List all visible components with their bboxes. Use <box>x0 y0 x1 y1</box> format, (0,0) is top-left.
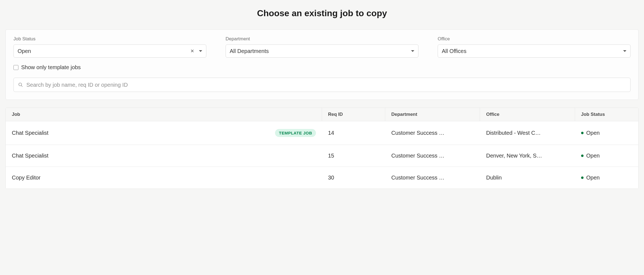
jobs-table: Job Req ID Department Office Job Status … <box>5 108 639 189</box>
status-dot-icon <box>581 132 584 134</box>
req-id-value: 15 <box>328 153 334 159</box>
office-select[interactable]: All Offices <box>438 44 631 58</box>
status-dot-icon <box>581 176 584 179</box>
page-title: Choose an existing job to copy <box>5 8 639 18</box>
table-row[interactable]: Chat Specialist15Customer Success …Denve… <box>6 145 638 167</box>
template-job-badge: TEMPLATE JOB <box>275 129 316 137</box>
column-header-department[interactable]: Department <box>385 108 480 121</box>
office-filter: Office All Offices <box>438 36 631 58</box>
job-cell: Chat Specialist <box>6 145 322 167</box>
job-cell: Copy Editor <box>6 167 322 189</box>
job-name: Chat Specialist <box>12 130 272 136</box>
job-status-cell: Open <box>575 167 638 189</box>
status-text: Open <box>586 130 600 136</box>
status-text: Open <box>586 175 600 181</box>
status-dot-icon <box>581 155 584 157</box>
template-jobs-checkbox-row[interactable]: Show only template jobs <box>13 64 631 71</box>
column-header-job[interactable]: Job <box>6 108 322 121</box>
req-id-cell: 14 <box>322 121 385 145</box>
department-label: Department <box>226 36 418 42</box>
search-icon <box>18 82 23 87</box>
department-value: All Departments <box>230 48 414 54</box>
table-header: Job Req ID Department Office Job Status <box>6 108 638 121</box>
job-status-cell: Open <box>575 145 638 167</box>
table-body: Chat SpecialistTEMPLATE JOB14Customer Su… <box>6 121 638 189</box>
svg-point-0 <box>19 83 22 86</box>
req-id-cell: 15 <box>322 145 385 167</box>
column-header-office[interactable]: Office <box>480 108 575 121</box>
department-value: Customer Success … <box>391 175 444 181</box>
job-status-value: Open <box>18 48 187 54</box>
office-label: Office <box>438 36 631 42</box>
department-value: Customer Success … <box>391 130 444 136</box>
office-cell: Dublin <box>480 167 575 189</box>
office-cell: Distributed - West C… <box>480 121 575 145</box>
template-jobs-checkbox-label: Show only template jobs <box>21 64 81 71</box>
department-cell: Customer Success … <box>385 145 480 167</box>
status-text: Open <box>586 153 600 159</box>
office-value: Distributed - West C… <box>486 130 541 136</box>
chevron-down-icon <box>411 50 414 52</box>
svg-line-1 <box>21 85 23 87</box>
job-name: Chat Specialist <box>12 153 316 159</box>
filter-row: Job Status Open × Department All Departm… <box>13 36 631 58</box>
office-value: Dublin <box>486 175 502 181</box>
office-value: All Offices <box>442 48 626 54</box>
column-header-req-id[interactable]: Req ID <box>322 108 385 121</box>
chevron-down-icon <box>199 50 202 52</box>
status-badge: Open <box>581 153 600 159</box>
job-status-cell: Open <box>575 121 638 145</box>
department-value: Customer Success … <box>391 153 444 159</box>
job-name: Copy Editor <box>12 175 316 181</box>
status-badge: Open <box>581 130 600 136</box>
department-cell: Customer Success … <box>385 167 480 189</box>
filter-panel: Job Status Open × Department All Departm… <box>5 29 639 100</box>
column-header-job-status[interactable]: Job Status <box>575 108 638 121</box>
job-status-label: Job Status <box>13 36 206 42</box>
search-input[interactable] <box>26 82 626 88</box>
department-cell: Customer Success … <box>385 121 480 145</box>
chevron-down-icon <box>623 50 626 52</box>
department-select[interactable]: All Departments <box>226 44 418 58</box>
table-row[interactable]: Chat SpecialistTEMPLATE JOB14Customer Su… <box>6 121 638 145</box>
req-id-value: 30 <box>328 175 334 181</box>
req-id-cell: 30 <box>322 167 385 189</box>
status-badge: Open <box>581 175 600 181</box>
table-row[interactable]: Copy Editor30Customer Success …DublinOpe… <box>6 167 638 189</box>
department-filter: Department All Departments <box>226 36 418 58</box>
office-value: Denver, New York, S… <box>486 153 542 159</box>
job-status-filter: Job Status Open × <box>13 36 206 58</box>
search-wrapper[interactable] <box>13 78 631 92</box>
req-id-value: 14 <box>328 130 334 136</box>
office-cell: Denver, New York, S… <box>480 145 575 167</box>
template-jobs-checkbox[interactable] <box>13 65 18 70</box>
clear-icon[interactable]: × <box>190 48 195 54</box>
job-cell: Chat SpecialistTEMPLATE JOB <box>6 121 322 145</box>
job-status-select[interactable]: Open × <box>13 44 206 58</box>
